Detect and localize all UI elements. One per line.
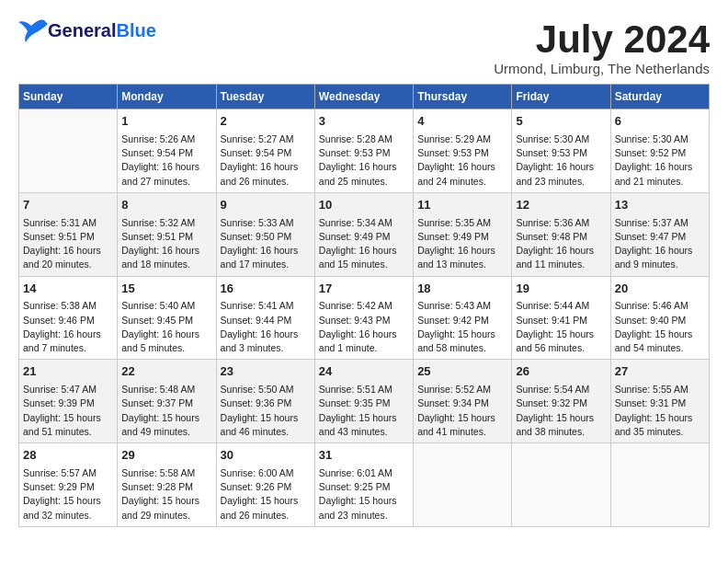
day-number: 23 (221, 363, 311, 381)
day-number: 24 (319, 363, 409, 381)
page-header: GeneralBlue July 2024 Urmond, Limburg, T… (18, 18, 710, 76)
day-number: 3 (319, 113, 409, 131)
daylight-text: Daylight: 16 hours and 9 minutes. (615, 245, 693, 270)
calendar-cell: 20Sunrise: 5:46 AMSunset: 9:40 PMDayligh… (610, 276, 709, 360)
logo-blue-text: Blue (116, 20, 155, 40)
week-row-4: 21Sunrise: 5:47 AMSunset: 9:39 PMDayligh… (19, 360, 710, 443)
day-number: 26 (516, 363, 606, 381)
calendar-cell: 24Sunrise: 5:51 AMSunset: 9:35 PMDayligh… (314, 360, 413, 443)
calendar-cell: 10Sunrise: 5:34 AMSunset: 9:49 PMDayligh… (314, 192, 413, 276)
sunrise-text: Sunrise: 5:41 AM (221, 300, 294, 311)
day-number: 14 (23, 281, 113, 298)
day-number: 6 (615, 113, 705, 131)
sunset-text: Sunset: 9:54 PM (221, 147, 292, 158)
calendar-cell: 11Sunrise: 5:35 AMSunset: 9:49 PMDayligh… (414, 192, 512, 276)
sunset-text: Sunset: 9:25 PM (319, 481, 391, 492)
daylight-text: Daylight: 16 hours and 21 minutes. (615, 161, 693, 186)
calendar-cell: 14Sunrise: 5:38 AMSunset: 9:46 PMDayligh… (19, 276, 118, 360)
calendar-cell: 15Sunrise: 5:40 AMSunset: 9:45 PMDayligh… (118, 276, 216, 360)
day-number: 29 (121, 447, 211, 465)
calendar-cell: 8Sunrise: 5:32 AMSunset: 9:51 PMDaylight… (118, 192, 216, 276)
sunrise-text: Sunrise: 5:28 AM (319, 133, 392, 144)
day-number: 1 (121, 113, 211, 131)
sunrise-text: Sunrise: 5:31 AM (23, 217, 97, 228)
daylight-text: Daylight: 16 hours and 20 minutes. (23, 245, 101, 270)
sunrise-text: Sunrise: 5:55 AM (615, 384, 688, 395)
sunrise-text: Sunrise: 5:42 AM (319, 300, 392, 311)
sunset-text: Sunset: 9:50 PM (221, 231, 292, 242)
sunrise-text: Sunrise: 5:33 AM (221, 217, 294, 228)
daylight-text: Daylight: 16 hours and 27 minutes. (121, 161, 199, 186)
sunrise-text: Sunrise: 5:36 AM (516, 217, 589, 228)
calendar-cell: 25Sunrise: 5:52 AMSunset: 9:34 PMDayligh… (414, 360, 512, 443)
logo: GeneralBlue (18, 18, 156, 42)
day-number: 10 (319, 197, 409, 214)
day-number: 27 (615, 363, 705, 381)
header-day-friday: Friday (512, 85, 610, 109)
sunset-text: Sunset: 9:29 PM (23, 481, 95, 492)
calendar-cell: 12Sunrise: 5:36 AMSunset: 9:48 PMDayligh… (512, 192, 610, 276)
sunset-text: Sunset: 9:53 PM (516, 147, 587, 158)
daylight-text: Daylight: 16 hours and 23 minutes. (516, 161, 594, 186)
day-number: 7 (23, 197, 113, 214)
day-number: 30 (221, 447, 311, 465)
logo-bird-icon (18, 18, 48, 42)
daylight-text: Daylight: 16 hours and 26 minutes. (221, 161, 299, 186)
daylight-text: Daylight: 16 hours and 13 minutes. (417, 245, 495, 270)
sunrise-text: Sunrise: 5:30 AM (615, 133, 688, 144)
calendar-cell: 22Sunrise: 5:48 AMSunset: 9:37 PMDayligh… (118, 360, 216, 443)
daylight-text: Daylight: 15 hours and 29 minutes. (121, 495, 199, 520)
header-day-thursday: Thursday (414, 85, 512, 109)
sunset-text: Sunset: 9:48 PM (516, 231, 587, 242)
day-number: 4 (417, 113, 507, 131)
sunrise-text: Sunrise: 5:37 AM (615, 217, 688, 228)
sunrise-text: Sunrise: 5:29 AM (417, 133, 491, 144)
calendar-cell: 7Sunrise: 5:31 AMSunset: 9:51 PMDaylight… (19, 192, 118, 276)
daylight-text: Daylight: 15 hours and 49 minutes. (121, 412, 199, 437)
sunrise-text: Sunrise: 5:47 AM (23, 384, 97, 395)
sunset-text: Sunset: 9:36 PM (221, 397, 292, 408)
daylight-text: Daylight: 15 hours and 23 minutes. (319, 495, 397, 520)
sunrise-text: Sunrise: 5:35 AM (417, 217, 491, 228)
sunset-text: Sunset: 9:42 PM (417, 315, 489, 326)
logo-general: General (48, 20, 116, 40)
sunrise-text: Sunrise: 5:57 AM (23, 467, 97, 478)
sunrise-text: Sunrise: 6:00 AM (221, 467, 294, 478)
day-number: 31 (319, 447, 409, 465)
sunset-text: Sunset: 9:52 PM (615, 147, 687, 158)
daylight-text: Daylight: 16 hours and 11 minutes. (516, 245, 594, 270)
daylight-text: Daylight: 15 hours and 32 minutes. (23, 495, 101, 520)
sunset-text: Sunset: 9:44 PM (221, 315, 292, 326)
calendar-cell: 27Sunrise: 5:55 AMSunset: 9:31 PMDayligh… (610, 360, 709, 443)
sunset-text: Sunset: 9:53 PM (417, 147, 489, 158)
sunset-text: Sunset: 9:39 PM (23, 397, 95, 408)
sunset-text: Sunset: 9:46 PM (23, 315, 95, 326)
calendar-cell: 31Sunrise: 6:01 AMSunset: 9:25 PMDayligh… (314, 443, 413, 527)
daylight-text: Daylight: 16 hours and 3 minutes. (221, 328, 299, 353)
sunrise-text: Sunrise: 5:38 AM (23, 300, 97, 311)
calendar-cell: 6Sunrise: 5:30 AMSunset: 9:52 PMDaylight… (610, 109, 709, 193)
day-number: 25 (417, 363, 507, 381)
sunset-text: Sunset: 9:53 PM (319, 147, 391, 158)
calendar-cell: 17Sunrise: 5:42 AMSunset: 9:43 PMDayligh… (314, 276, 413, 360)
daylight-text: Daylight: 15 hours and 26 minutes. (221, 495, 299, 520)
sunrise-text: Sunrise: 5:48 AM (121, 384, 195, 395)
header-day-sunday: Sunday (19, 85, 118, 109)
calendar-cell: 3Sunrise: 5:28 AMSunset: 9:53 PMDaylight… (314, 109, 413, 193)
month-title: July 2024 (494, 18, 710, 61)
week-row-1: 1Sunrise: 5:26 AMSunset: 9:54 PMDaylight… (19, 109, 710, 193)
sunrise-text: Sunrise: 6:01 AM (319, 467, 392, 478)
daylight-text: Daylight: 15 hours and 38 minutes. (516, 412, 594, 437)
sunrise-text: Sunrise: 5:26 AM (121, 133, 195, 144)
sunrise-text: Sunrise: 5:30 AM (516, 133, 589, 144)
sunset-text: Sunset: 9:35 PM (319, 397, 391, 408)
daylight-text: Daylight: 15 hours and 35 minutes. (615, 412, 693, 437)
day-number: 21 (23, 363, 113, 381)
day-number: 2 (221, 113, 311, 131)
day-number: 19 (516, 281, 606, 298)
sunset-text: Sunset: 9:45 PM (121, 315, 193, 326)
sunset-text: Sunset: 9:49 PM (417, 231, 489, 242)
daylight-text: Daylight: 16 hours and 18 minutes. (121, 245, 199, 270)
calendar-cell: 1Sunrise: 5:26 AMSunset: 9:54 PMDaylight… (118, 109, 216, 193)
calendar-cell: 19Sunrise: 5:44 AMSunset: 9:41 PMDayligh… (512, 276, 610, 360)
